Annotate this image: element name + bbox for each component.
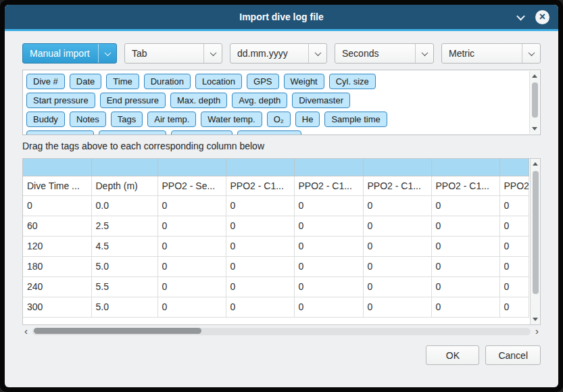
- column-drop-target[interactable]: [91, 159, 157, 176]
- import-preview-table-wrap: Dive Time ...Depth (m)PPO2 - Se...PPO2 -…: [22, 158, 541, 325]
- scroll-down-icon[interactable]: [532, 127, 537, 130]
- field-tag[interactable]: Cyl. size: [329, 74, 376, 89]
- table-cell: 0: [226, 297, 294, 317]
- table-cell: 0: [23, 195, 91, 216]
- table-cell: 0: [499, 256, 529, 276]
- combo-units[interactable]: Metric: [441, 43, 541, 64]
- table-cell: 0: [157, 236, 226, 256]
- column-drop-target[interactable]: [363, 159, 431, 176]
- table-cell: 0: [294, 236, 363, 256]
- table-cell: 0: [294, 216, 363, 236]
- field-tag[interactable]: Date: [70, 74, 101, 89]
- scroll-down-icon[interactable]: [533, 318, 538, 321]
- field-tag[interactable]: Duration: [144, 74, 191, 89]
- combo-duration-format[interactable]: Seconds: [335, 43, 434, 64]
- table-cell: 5.0: [91, 256, 157, 276]
- combo-import-mode[interactable]: Manual import: [22, 43, 117, 64]
- import-dialog: Import dive log file × Manual import Tab…: [5, 5, 558, 387]
- scrollbar-thumb[interactable]: [34, 328, 201, 334]
- table-cell: 0: [157, 195, 226, 216]
- field-tag[interactable]: Weight: [284, 74, 324, 89]
- table-cell: 0: [431, 256, 499, 276]
- scrollbar-thumb[interactable]: [533, 171, 539, 294]
- column-drop-target[interactable]: [294, 159, 363, 176]
- field-tag[interactable]: Sample pO₂: [171, 130, 232, 134]
- tagbox-scrollbar[interactable]: [529, 71, 539, 134]
- table-cell: 4.5: [91, 236, 157, 256]
- field-tag[interactable]: Buddy: [26, 112, 65, 127]
- field-tag[interactable]: Dive #: [26, 74, 65, 89]
- table-cell: 0: [226, 236, 294, 256]
- ok-button[interactable]: OK: [426, 345, 479, 365]
- table-cell: 0: [363, 256, 431, 276]
- table-cell: 0.0: [91, 195, 157, 216]
- field-tag[interactable]: Sample depth: [26, 130, 94, 134]
- dialog-buttons: OK Cancel: [22, 345, 541, 365]
- table-row: 2405.5000000: [23, 276, 529, 297]
- column-header: PPO2 - C1...: [431, 176, 499, 195]
- column-drop-target[interactable]: [157, 159, 226, 176]
- column-header: Dive Time ...: [23, 176, 91, 195]
- table-cell: 0: [431, 276, 499, 297]
- field-tag[interactable]: Sample time: [324, 112, 387, 127]
- field-tag[interactable]: Location: [195, 74, 242, 89]
- field-tag[interactable]: Start pressure: [26, 93, 95, 108]
- cancel-button[interactable]: Cancel: [485, 345, 541, 365]
- column-drop-target[interactable]: [23, 159, 91, 176]
- chevron-down-icon: [522, 44, 540, 63]
- table-cell: 0: [499, 297, 529, 317]
- field-tag[interactable]: O₂: [267, 112, 291, 127]
- column-drop-target[interactable]: [431, 159, 499, 176]
- table-vscrollbar[interactable]: [530, 159, 540, 324]
- column-drop-target[interactable]: [226, 159, 294, 176]
- scrollbar-thumb[interactable]: [532, 82, 538, 118]
- table-row: 602.5000000: [23, 216, 529, 236]
- table-cell: 0: [431, 236, 499, 256]
- field-tag[interactable]: Tags: [111, 112, 143, 127]
- table-cell: 0: [363, 195, 431, 216]
- field-tag[interactable]: Sample CNS: [237, 130, 301, 134]
- tag-row: Sample depthSample temp.Sample pO₂Sample…: [26, 130, 526, 134]
- column-drop-target[interactable]: [499, 159, 529, 176]
- field-tag[interactable]: Max. depth: [170, 93, 227, 108]
- field-tag[interactable]: Time: [106, 74, 139, 89]
- combo-date-format[interactable]: dd.mm.yyyy: [230, 43, 327, 64]
- shade-chevron-down-icon[interactable]: [516, 11, 525, 20]
- tag-row: Start pressureEnd pressureMax. depthAvg.…: [26, 93, 526, 108]
- dialog-content: Manual import Tab dd.mm.yyyy Seconds Met…: [5, 31, 558, 387]
- field-tag[interactable]: He: [295, 112, 320, 127]
- column-header: PPO2 - C1...: [226, 176, 294, 195]
- scroll-left-icon[interactable]: ‹: [24, 326, 28, 337]
- titlebar[interactable]: Import dive log file ×: [5, 5, 558, 29]
- field-tag[interactable]: End pressure: [100, 93, 166, 108]
- column-header: PPO2 - Se...: [157, 176, 226, 195]
- table-cell: 120: [23, 236, 91, 256]
- scroll-up-icon[interactable]: [532, 74, 537, 78]
- chevron-down-icon: [415, 44, 433, 63]
- tag-pool: Dive #DateTimeDurationLocationGPSWeightC…: [22, 70, 541, 135]
- table-cell: 0: [363, 236, 431, 256]
- table-cell: 0: [363, 297, 431, 317]
- field-tag[interactable]: Avg. depth: [232, 93, 287, 108]
- scroll-up-icon[interactable]: [533, 162, 538, 166]
- drop-target-row: [23, 159, 529, 176]
- chevron-down-icon: [308, 44, 326, 63]
- field-tag[interactable]: Divemaster: [292, 93, 350, 108]
- field-tag[interactable]: GPS: [247, 74, 278, 89]
- table-cell: 300: [23, 297, 91, 317]
- table-cell: 0: [499, 276, 529, 297]
- table-cell: 0: [499, 216, 529, 236]
- field-tag[interactable]: Sample temp.: [99, 130, 166, 134]
- table-cell: 0: [226, 256, 294, 276]
- table-row: 1204.5000000: [23, 236, 529, 256]
- table-cell: 0: [431, 216, 499, 236]
- combo-value: Tab: [125, 48, 203, 59]
- field-tag[interactable]: Air temp.: [147, 112, 196, 127]
- scroll-right-icon[interactable]: ›: [535, 326, 539, 337]
- field-tag[interactable]: Water temp.: [201, 112, 262, 127]
- combo-field-separator[interactable]: Tab: [124, 43, 222, 64]
- close-icon[interactable]: ×: [535, 10, 549, 24]
- table-hscrollbar[interactable]: ‹ ›: [22, 327, 541, 337]
- combo-value: Metric: [442, 48, 522, 59]
- field-tag[interactable]: Notes: [70, 112, 106, 127]
